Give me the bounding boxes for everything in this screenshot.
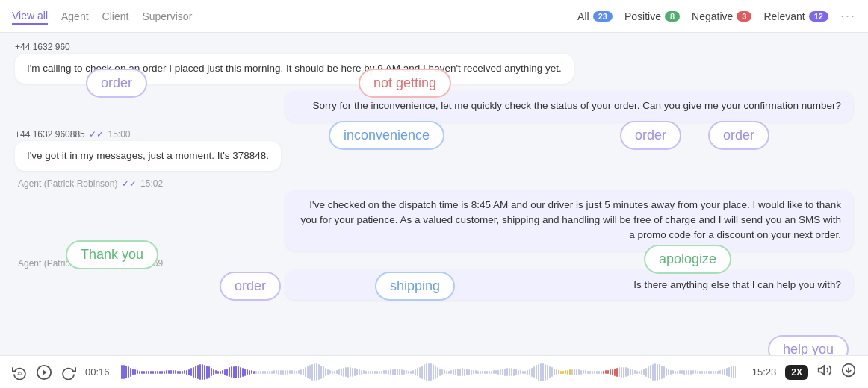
tab-supervisor[interactable]: Supervisor	[142, 9, 192, 24]
message-meta: +44 1632 960885 ✓✓ 15:00	[15, 129, 853, 140]
client-phone: +44 1632 960	[15, 42, 70, 52]
back-15-button[interactable]: 15	[12, 365, 27, 380]
message-time: 15:02	[140, 178, 163, 189]
message-meta: +44 1632 960	[15, 42, 853, 52]
message-meta: Agent (Patrick Robinson) ✓✓ 14:59	[18, 258, 853, 269]
delivered-icon: ✓✓	[122, 178, 137, 189]
relevant-label: Relevant	[763, 10, 805, 22]
client-phone: +44 1632 960885	[15, 129, 85, 140]
filter-relevant[interactable]: Relevant 12	[763, 10, 828, 22]
download-button[interactable]	[841, 363, 856, 381]
chat-area: +44 1632 960 I'm calling to check on an …	[0, 33, 868, 355]
negative-label: Negative	[692, 10, 733, 22]
message-time: 14:59	[140, 258, 163, 269]
agent-message-row: Agent (Patrick Robinson) ✓✓ 14:59 Is the…	[15, 258, 853, 300]
agent-message-row: Sorry for the inconvenience, let me quic…	[15, 91, 853, 121]
message-row: +44 1632 960 I'm calling to check on an …	[15, 42, 853, 84]
svg-text:15: 15	[17, 370, 22, 375]
message-time: 15:00	[108, 129, 130, 140]
player-bar: 15 00:16 15:23 2X	[0, 355, 868, 388]
message-row: +44 1632 960885 ✓✓ 15:00 I've got it in …	[15, 129, 853, 171]
negative-count: 3	[737, 11, 751, 22]
all-count: 23	[593, 11, 613, 22]
tab-client[interactable]: Client	[102, 9, 129, 24]
agent-name: Agent (Patrick Robinson)	[18, 178, 117, 189]
filter-tabs: View all Agent Client Supervisor	[12, 8, 192, 25]
relevant-count: 12	[809, 11, 828, 22]
positive-count: 8	[665, 11, 680, 22]
client-message-bubble: I've got it in my messages, just a momen…	[15, 141, 281, 171]
client-message-bubble: I'm calling to check on an order I place…	[15, 54, 574, 84]
header-bar: View all Agent Client Supervisor All 23 …	[0, 0, 868, 33]
delivered-icon: ✓✓	[89, 129, 104, 140]
agent-message-bubble: Is there anything else that I can help y…	[285, 270, 853, 300]
forward-15-button[interactable]	[61, 365, 76, 380]
current-time: 00:16	[85, 366, 112, 378]
filter-negative[interactable]: Negative 3	[692, 10, 751, 22]
delivered-icon: ✓✓	[122, 258, 137, 269]
agent-message-bubble: I've checked on the dispatch time is 8:4…	[285, 190, 853, 251]
agent-message-row: Agent (Patrick Robinson) ✓✓ 15:02 I've c…	[15, 178, 853, 251]
more-options-button[interactable]: ···	[840, 8, 856, 24]
agent-message-bubble: Sorry for the inconvenience, let me quic…	[285, 91, 853, 121]
svg-marker-2	[43, 369, 47, 375]
svg-marker-3	[819, 366, 825, 375]
waveform[interactable]	[121, 362, 736, 383]
play-button[interactable]	[36, 364, 52, 381]
sentiment-filters: All 23 Positive 8 Negative 3 Relevant 12…	[577, 8, 856, 24]
volume-button[interactable]	[817, 363, 832, 381]
tab-view-all[interactable]: View all	[12, 8, 48, 25]
filter-all[interactable]: All 23	[577, 10, 613, 22]
positive-label: Positive	[624, 10, 661, 22]
speed-button[interactable]: 2X	[785, 365, 808, 380]
all-label: All	[577, 10, 589, 22]
filter-positive[interactable]: Positive 8	[624, 10, 680, 22]
tab-agent[interactable]: Agent	[61, 9, 89, 24]
end-time: 15:23	[745, 366, 776, 378]
agent-name: Agent (Patrick Robinson)	[18, 258, 117, 269]
message-meta: Agent (Patrick Robinson) ✓✓ 15:02	[18, 178, 853, 189]
